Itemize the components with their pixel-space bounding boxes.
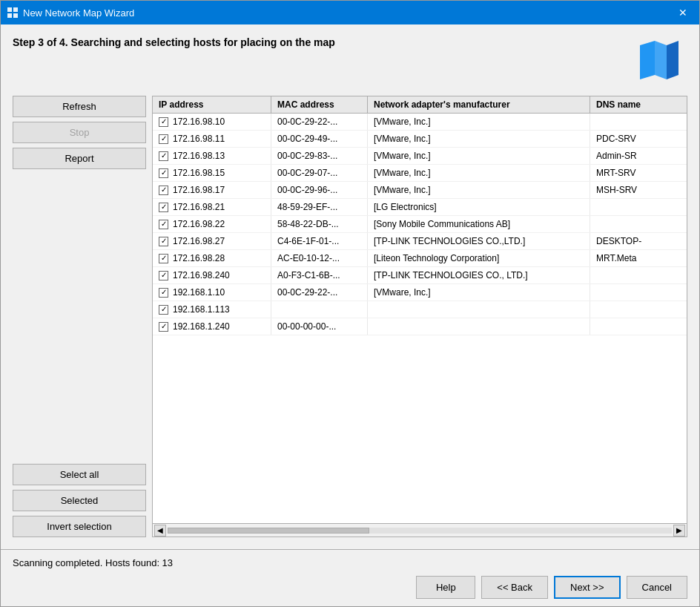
- invert-selection-button[interactable]: Invert selection: [13, 516, 146, 537]
- cell-dns: MRT-SRV: [590, 165, 687, 181]
- left-panel: Refresh Stop Report Select all Selected …: [13, 96, 146, 537]
- cell-ip: 192.168.1.10: [153, 284, 271, 301]
- cell-mac: 00-0C-29-22-...: [271, 284, 368, 301]
- refresh-button[interactable]: Refresh: [13, 96, 146, 117]
- row-checkbox[interactable]: [159, 151, 168, 161]
- row-checkbox[interactable]: [159, 237, 168, 246]
- cell-ip: 172.16.98.17: [153, 182, 271, 198]
- host-table: IP address MAC address Network adapter's…: [152, 96, 687, 537]
- close-button[interactable]: ✕: [673, 2, 693, 23]
- cell-mac: A0-F3-C1-6B-...: [271, 267, 368, 283]
- row-checkbox[interactable]: [159, 117, 168, 127]
- cell-manufacturer: [TP-LINK TECHNOLOGIES CO.,LTD.]: [368, 233, 590, 249]
- cell-ip: 172.16.98.10: [153, 114, 271, 130]
- table-row: 192.168.1.113: [153, 301, 687, 318]
- footer-buttons: Help << Back Next >> Cancel: [13, 576, 687, 599]
- step-header: Step 3 of 4. Searching and selecting hos…: [13, 36, 687, 84]
- row-checkbox[interactable]: [159, 322, 168, 332]
- scroll-track[interactable]: [168, 528, 672, 534]
- cell-manufacturer: [TP-LINK TECHNOLOGIES CO., LTD.]: [368, 267, 590, 283]
- row-checkbox[interactable]: [159, 203, 168, 212]
- cell-manufacturer: [VMware, Inc.]: [368, 131, 590, 147]
- row-checkbox[interactable]: [159, 220, 168, 229]
- step-title: Step 3 of 4. Searching and selecting hos…: [13, 36, 335, 48]
- cell-dns: [590, 114, 687, 130]
- window-title: New Network Map Wizard: [23, 7, 668, 19]
- row-checkbox[interactable]: [159, 305, 168, 315]
- cell-ip: 172.16.98.27: [153, 233, 271, 249]
- cell-ip: 172.16.98.15: [153, 165, 271, 181]
- cell-mac: 58-48-22-DB-...: [271, 216, 368, 232]
- cell-dns: [590, 267, 687, 283]
- svg-marker-6: [667, 41, 678, 79]
- cell-mac: 48-59-29-EF-...: [271, 199, 368, 215]
- main-panel: Refresh Stop Report Select all Selected …: [13, 96, 687, 537]
- titlebar: New Network Map Wizard ✕: [1, 1, 699, 24]
- svg-rect-1: [13, 7, 18, 12]
- table-row: 172.16.98.240A0-F3-C1-6B-...[TP-LINK TEC…: [153, 267, 687, 284]
- row-checkbox[interactable]: [159, 186, 168, 195]
- cell-mac: 00-0C-29-22-...: [271, 114, 368, 130]
- table-row: 172.16.98.1500-0C-29-07-...[VMware, Inc.…: [153, 165, 687, 182]
- row-checkbox[interactable]: [159, 288, 168, 298]
- cell-manufacturer: [Liteon Technology Corporation]: [368, 250, 590, 266]
- cell-ip: 172.16.98.240: [153, 267, 271, 283]
- table-row: 172.16.98.1700-0C-29-96-...[VMware, Inc.…: [153, 182, 687, 199]
- cell-manufacturer: [VMware, Inc.]: [368, 114, 590, 130]
- scroll-left-arrow[interactable]: ◀: [154, 525, 166, 537]
- cell-mac: AC-E0-10-12-...: [271, 250, 368, 266]
- cell-manufacturer: [VMware, Inc.]: [368, 165, 590, 181]
- scroll-right-arrow[interactable]: ▶: [673, 525, 685, 537]
- row-checkbox[interactable]: [159, 254, 168, 263]
- map-icon: [634, 36, 681, 84]
- back-button[interactable]: << Back: [481, 576, 548, 599]
- cell-dns: [590, 318, 687, 335]
- cell-ip: 172.16.98.13: [153, 148, 271, 164]
- col-dns: DNS name: [590, 96, 687, 113]
- cell-ip: 172.16.98.28: [153, 250, 271, 266]
- select-all-button[interactable]: Select all: [13, 464, 146, 485]
- cell-dns: MRT.Meta: [590, 250, 687, 266]
- stop-button[interactable]: Stop: [13, 122, 146, 143]
- col-manufacturer: Network adapter's manufacturer: [368, 96, 590, 113]
- row-checkbox[interactable]: [159, 134, 168, 144]
- svg-rect-2: [7, 13, 12, 18]
- cell-dns: MSH-SRV: [590, 182, 687, 198]
- cell-ip: 172.16.98.22: [153, 216, 271, 232]
- cell-manufacturer: [LG Electronics]: [368, 199, 590, 215]
- cell-mac: C4-6E-1F-01-...: [271, 233, 368, 249]
- cell-ip: 192.168.1.113: [153, 301, 271, 318]
- table-header: IP address MAC address Network adapter's…: [153, 96, 687, 114]
- cell-mac: [271, 301, 368, 318]
- help-button[interactable]: Help: [416, 576, 475, 599]
- row-checkbox[interactable]: [159, 168, 168, 178]
- table-row: 172.16.98.1300-0C-29-83-...[VMware, Inc.…: [153, 148, 687, 165]
- content-area: Step 3 of 4. Searching and selecting hos…: [1, 24, 699, 549]
- cell-mac: 00-0C-29-49-...: [271, 131, 368, 147]
- svg-marker-5: [655, 41, 667, 79]
- col-ip: IP address: [153, 96, 271, 113]
- row-checkbox[interactable]: [159, 271, 168, 280]
- window: New Network Map Wizard ✕ Step 3 of 4. Se…: [0, 0, 700, 607]
- col-mac: MAC address: [271, 96, 368, 113]
- status-text: Scanning completed. Hosts found: 13: [13, 557, 687, 568]
- cell-mac: 00-00-00-00-...: [271, 318, 368, 335]
- cancel-button[interactable]: Cancel: [627, 576, 687, 599]
- cell-manufacturer: [368, 318, 590, 335]
- scroll-thumb[interactable]: [168, 528, 369, 534]
- horizontal-scrollbar[interactable]: ◀ ▶: [153, 523, 687, 537]
- table-row: 172.16.98.1100-0C-29-49-...[VMware, Inc.…: [153, 131, 687, 148]
- cell-mac: 00-0C-29-96-...: [271, 182, 368, 198]
- cell-dns: [590, 301, 687, 318]
- report-button[interactable]: Report: [13, 148, 146, 169]
- svg-rect-3: [13, 13, 18, 18]
- selected-button[interactable]: Selected: [13, 490, 146, 511]
- cell-mac: 00-0C-29-83-...: [271, 148, 368, 164]
- cell-dns: Admin-SR: [590, 148, 687, 164]
- cell-dns: [590, 199, 687, 215]
- table-row: 172.16.98.28AC-E0-10-12-...[Liteon Techn…: [153, 250, 687, 267]
- cell-manufacturer: [368, 301, 590, 318]
- cell-ip: 172.16.98.21: [153, 199, 271, 215]
- cell-ip: 172.16.98.11: [153, 131, 271, 147]
- next-button[interactable]: Next >>: [554, 576, 621, 599]
